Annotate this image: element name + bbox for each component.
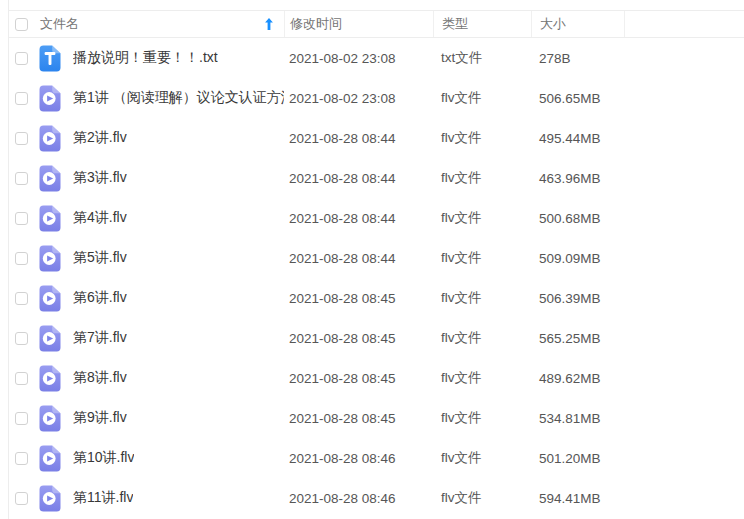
file-type: flv文件 — [433, 89, 531, 107]
row-checkbox[interactable] — [15, 92, 28, 105]
video-file-icon — [39, 405, 61, 432]
table-header-row: 文件名 修改时间 类型 大小 — [9, 10, 744, 38]
column-header-filename-label[interactable]: 文件名 — [40, 15, 79, 33]
file-name[interactable]: 第11讲.flv — [73, 489, 133, 507]
file-name[interactable]: 第2讲.flv — [73, 129, 127, 147]
file-name[interactable]: 第10讲.flv — [73, 449, 134, 467]
file-name[interactable]: 第3讲.flv — [73, 169, 127, 187]
column-header-size[interactable]: 大小 — [531, 11, 624, 37]
select-all-checkbox[interactable] — [15, 18, 28, 31]
sort-ascending-icon[interactable] — [264, 18, 274, 30]
file-list-panel: 文件名 修改时间 类型 大小 — [8, 0, 744, 519]
file-size: 506.65MB — [531, 91, 624, 106]
row-checkbox[interactable] — [15, 492, 28, 505]
column-header-type[interactable]: 类型 — [433, 11, 531, 37]
file-size: 501.20MB — [531, 451, 624, 466]
file-row[interactable]: 第6讲.flv 2021-08-28 08:45 flv文件 506.39MB — [9, 278, 744, 318]
file-type: flv文件 — [433, 449, 531, 467]
file-type: flv文件 — [433, 329, 531, 347]
file-type: flv文件 — [433, 409, 531, 427]
row-checkbox[interactable] — [15, 452, 28, 465]
file-type: flv文件 — [433, 169, 531, 187]
video-file-icon — [39, 165, 61, 192]
text-file-icon — [39, 45, 61, 72]
file-row[interactable]: 第11讲.flv 2021-08-28 08:46 flv文件 594.41MB — [9, 478, 744, 518]
file-size: 565.25MB — [531, 331, 624, 346]
file-type: flv文件 — [433, 289, 531, 307]
file-size: 463.96MB — [531, 171, 624, 186]
video-file-icon — [39, 325, 61, 352]
file-row[interactable]: 第4讲.flv 2021-08-28 08:44 flv文件 500.68MB — [9, 198, 744, 238]
video-file-icon — [39, 205, 61, 232]
row-checkbox[interactable] — [15, 132, 28, 145]
column-header-actions — [624, 11, 744, 37]
file-modified-time: 2021-08-28 08:44 — [284, 211, 433, 226]
file-modified-time: 2021-08-28 08:44 — [284, 171, 433, 186]
video-file-icon — [39, 125, 61, 152]
file-name[interactable]: 第8讲.flv — [73, 369, 127, 387]
file-name[interactable]: 第4讲.flv — [73, 209, 127, 227]
row-checkbox[interactable] — [15, 212, 28, 225]
file-type: flv文件 — [433, 129, 531, 147]
file-modified-time: 2021-08-02 23:08 — [284, 51, 433, 66]
top-spacer — [9, 0, 744, 10]
video-file-icon — [39, 285, 61, 312]
video-file-icon — [39, 485, 61, 512]
column-header-filename[interactable]: 文件名 — [9, 11, 284, 37]
file-name[interactable]: 播放说明！重要！！.txt — [73, 49, 218, 67]
file-row[interactable]: 第8讲.flv 2021-08-28 08:45 flv文件 489.62MB — [9, 358, 744, 398]
file-type: flv文件 — [433, 209, 531, 227]
file-modified-time: 2021-08-28 08:45 — [284, 371, 433, 386]
file-row[interactable]: 第2讲.flv 2021-08-28 08:44 flv文件 495.44MB — [9, 118, 744, 158]
file-table-body: 播放说明！重要！！.txt 2021-08-02 23:08 txt文件 278… — [9, 38, 744, 518]
file-modified-time: 2021-08-28 08:46 — [284, 491, 433, 506]
file-modified-time: 2021-08-02 23:08 — [284, 91, 433, 106]
file-row[interactable]: 第9讲.flv 2021-08-28 08:45 flv文件 534.81MB — [9, 398, 744, 438]
file-modified-time: 2021-08-28 08:45 — [284, 291, 433, 306]
row-checkbox[interactable] — [15, 52, 28, 65]
file-row[interactable]: 第7讲.flv 2021-08-28 08:45 flv文件 565.25MB — [9, 318, 744, 358]
file-modified-time: 2021-08-28 08:46 — [284, 451, 433, 466]
video-file-icon — [39, 245, 61, 272]
file-row[interactable]: 播放说明！重要！！.txt 2021-08-02 23:08 txt文件 278… — [9, 38, 744, 78]
file-size: 594.41MB — [531, 491, 624, 506]
video-file-icon — [39, 85, 61, 112]
row-checkbox[interactable] — [15, 332, 28, 345]
file-size: 495.44MB — [531, 131, 624, 146]
row-checkbox[interactable] — [15, 252, 28, 265]
file-size: 489.62MB — [531, 371, 624, 386]
video-file-icon — [39, 445, 61, 472]
file-modified-time: 2021-08-28 08:45 — [284, 411, 433, 426]
file-name[interactable]: 第9讲.flv — [73, 409, 127, 427]
file-name[interactable]: 第5讲.flv — [73, 249, 127, 267]
file-size: 506.39MB — [531, 291, 624, 306]
row-checkbox[interactable] — [15, 412, 28, 425]
column-header-modified[interactable]: 修改时间 — [284, 11, 433, 37]
file-type: flv文件 — [433, 489, 531, 507]
row-checkbox[interactable] — [15, 372, 28, 385]
file-size: 278B — [531, 51, 624, 66]
file-type: flv文件 — [433, 249, 531, 267]
file-row[interactable]: 第5讲.flv 2021-08-28 08:44 flv文件 509.09MB — [9, 238, 744, 278]
file-modified-time: 2021-08-28 08:45 — [284, 331, 433, 346]
row-checkbox[interactable] — [15, 172, 28, 185]
file-row[interactable]: 第3讲.flv 2021-08-28 08:44 flv文件 463.96MB — [9, 158, 744, 198]
video-file-icon — [39, 365, 61, 392]
file-size: 509.09MB — [531, 251, 624, 266]
file-name[interactable]: 第7讲.flv — [73, 329, 127, 347]
file-type: txt文件 — [433, 49, 531, 67]
file-size: 500.68MB — [531, 211, 624, 226]
file-row[interactable]: 第10讲.flv 2021-08-28 08:46 flv文件 501.20MB — [9, 438, 744, 478]
file-name[interactable]: 第6讲.flv — [73, 289, 127, 307]
file-modified-time: 2021-08-28 08:44 — [284, 251, 433, 266]
file-name[interactable]: 第1讲 （阅读理解）议论文认证方法... — [73, 89, 284, 107]
file-size: 534.81MB — [531, 411, 624, 426]
file-row[interactable]: 第1讲 （阅读理解）议论文认证方法... 2021-08-02 23:08 fl… — [9, 78, 744, 118]
file-type: flv文件 — [433, 369, 531, 387]
file-modified-time: 2021-08-28 08:44 — [284, 131, 433, 146]
row-checkbox[interactable] — [15, 292, 28, 305]
